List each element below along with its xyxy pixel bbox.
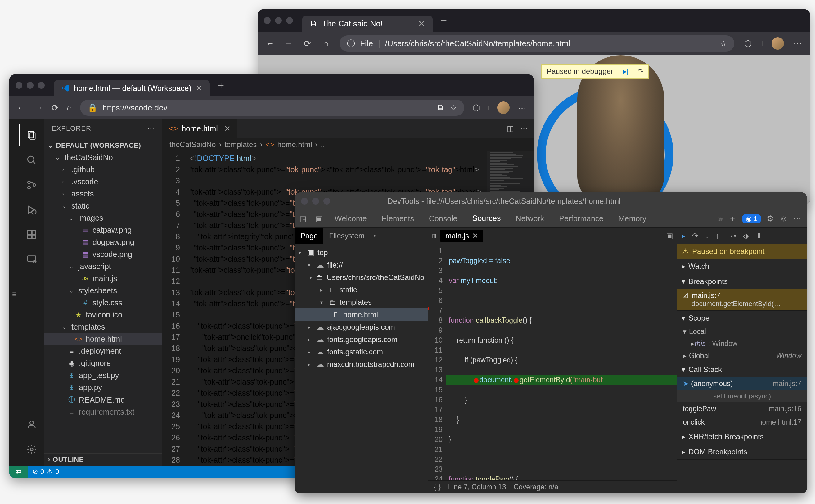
reader-icon[interactable]: 🗎 <box>437 103 445 113</box>
dock-icon[interactable]: ◨ <box>432 233 437 239</box>
file-dogpaw[interactable]: ▦dogpaw.png <box>44 236 162 248</box>
file-stylecss[interactable]: #style.css <box>44 297 162 309</box>
minimize-window-button[interactable] <box>27 82 34 89</box>
tab-welcome[interactable]: Welcome <box>327 210 374 227</box>
inspect-icon[interactable]: ◲ <box>295 210 311 227</box>
favorite-icon[interactable]: ☆ <box>450 103 457 113</box>
minimize-window-button[interactable] <box>275 17 282 24</box>
new-tab-button[interactable]: ＋ <box>439 14 449 27</box>
split-editor-icon[interactable]: ◫ <box>507 124 514 133</box>
remote-activity[interactable] <box>19 248 44 271</box>
file-gitignore[interactable]: ◉.gitignore <box>44 357 162 369</box>
favorite-icon[interactable]: ☆ <box>720 39 727 48</box>
checkbox-icon[interactable]: ☑ <box>682 291 689 299</box>
file-catpaw[interactable]: ▦catpaw.png <box>44 224 162 236</box>
reload-button[interactable]: ⟳ <box>302 38 312 48</box>
step-out-icon[interactable]: ↑ <box>716 232 719 240</box>
search-activity[interactable] <box>19 149 44 171</box>
breakpoint-item[interactable]: ☑main.js:7 document.getElementById(… <box>677 289 807 310</box>
dom-header[interactable]: ▸DOM Breakpoints <box>677 444 807 459</box>
toggle-panel-icon[interactable]: ▣ <box>666 232 673 240</box>
browser-tab[interactable]: 🗎 The Cat said No! ✕ <box>302 16 433 32</box>
maximize-window-button[interactable] <box>323 198 330 205</box>
device-icon[interactable]: ▣ <box>311 210 327 227</box>
outline-title[interactable]: ›OUTLINE <box>44 453 162 466</box>
menu-icon[interactable]: ⋯ <box>793 38 803 48</box>
close-tab-icon[interactable]: ✕ <box>196 84 202 93</box>
file-mainjs[interactable]: JSmain.js <box>44 272 162 285</box>
tree-homehtml[interactable]: 🗎home.html <box>295 308 428 321</box>
callstack-frame-0[interactable]: ➤(anonymous)main.js:7 <box>677 377 807 390</box>
tab-elements[interactable]: Elements <box>374 210 421 227</box>
folder-javascript[interactable]: ⌄javascript <box>44 260 162 272</box>
callstack-header[interactable]: ▾Call Stack <box>677 362 807 377</box>
file-vscodepng[interactable]: ▦vscode.png <box>44 248 162 260</box>
file-readme[interactable]: ⓘREADME.md <box>44 394 162 406</box>
scope-header[interactable]: ▾Scope <box>677 311 807 326</box>
source-control-activity[interactable] <box>19 174 44 196</box>
tree-ajax[interactable]: ▸☁ajax.googleapis.com <box>295 321 428 333</box>
back-button[interactable]: ← <box>265 38 275 48</box>
remote-indicator[interactable]: ⇄ <box>9 466 28 478</box>
pause-exceptions-icon[interactable]: ⏸ <box>755 232 763 240</box>
breakpoints-header[interactable]: ▾Breakpoints <box>677 274 807 289</box>
tree-fontsapi[interactable]: ▸☁fonts.googleapis.com <box>295 333 428 346</box>
nav-menu-icon[interactable]: ⋯ <box>418 233 428 239</box>
scope-global[interactable]: ▸GlobalWindow <box>677 350 807 362</box>
tab-sources[interactable]: Sources <box>465 210 508 227</box>
address-bar[interactable]: 🔒 https://vscode.dev 🗎 ☆ <box>80 100 464 116</box>
resume-button[interactable]: ▸| <box>618 65 633 78</box>
breadcrumb[interactable]: theCatSaidNo› templates› <> home.html› .… <box>162 138 534 151</box>
scope-this[interactable]: ▸this: Window <box>677 338 807 350</box>
step-icon[interactable]: →• <box>726 232 736 240</box>
editor-tab-mainjs[interactable]: main.js✕ <box>440 230 483 242</box>
extensions-activity[interactable] <box>19 223 44 246</box>
more-nav-icon[interactable]: » <box>370 233 380 239</box>
editor-tab-home[interactable]: <> home.html ✕ <box>162 119 238 138</box>
forward-button[interactable]: → <box>284 38 294 48</box>
tab-memory[interactable]: Memory <box>611 210 654 227</box>
folder-assets[interactable]: ›assets <box>44 188 162 200</box>
run-debug-activity[interactable] <box>19 199 44 221</box>
deactivate-breakpoints-icon[interactable]: ⬗ <box>743 232 749 240</box>
minimize-window-button[interactable] <box>312 198 319 205</box>
close-tab-icon[interactable]: ✕ <box>224 124 231 133</box>
callstack-frame-1[interactable]: togglePawmain.js:16 <box>677 402 807 416</box>
new-tab-button[interactable]: ＋ <box>216 79 226 92</box>
folder-stylesheets[interactable]: ⌄stylesheets <box>44 285 162 297</box>
tab-performance[interactable]: Performance <box>552 210 611 227</box>
resume-icon[interactable]: ▸ <box>682 232 685 240</box>
feedback-icon[interactable]: ☺ <box>779 214 788 223</box>
info-icon[interactable]: ⓘ <box>347 38 355 49</box>
folder-templates[interactable]: ⌄templates <box>44 321 162 333</box>
tree-fontsstatic[interactable]: ▸☁fonts.gstatic.com <box>295 346 428 358</box>
tree-templates[interactable]: ▾🗀templates <box>295 296 428 308</box>
xhr-header[interactable]: ▸XHR/fetch Breakpoints <box>677 429 807 444</box>
extensions-icon[interactable]: ⬡ <box>743 38 753 48</box>
menu-icon[interactable]: ⋯ <box>793 214 801 223</box>
explorer-activity[interactable] <box>19 124 44 146</box>
folder-root[interactable]: ⌄theCatSaidNo <box>44 151 162 164</box>
workspace-title[interactable]: ⌄DEFAULT (WORKSPACE) <box>44 140 162 151</box>
close-window-button[interactable] <box>301 198 308 205</box>
close-window-button[interactable] <box>264 17 271 24</box>
nav-tab-filesystem[interactable]: Filesystem <box>323 228 370 244</box>
reload-button[interactable]: ⟳ <box>52 103 59 113</box>
tree-file[interactable]: ▾☁file:// <box>295 259 428 271</box>
menu-icon[interactable]: ⋯ <box>518 103 526 113</box>
account-activity[interactable] <box>19 413 44 436</box>
folder-vscode[interactable]: ›.vscode <box>44 176 162 188</box>
file-apppy[interactable]: ⧱app.py <box>44 381 162 394</box>
profile-avatar[interactable] <box>497 101 510 114</box>
folder-github[interactable]: ›.github <box>44 164 162 176</box>
extensions-icon[interactable]: ⬡ <box>472 103 480 113</box>
scope-local[interactable]: ▾Local <box>677 326 807 338</box>
profile-avatar[interactable] <box>772 37 784 50</box>
settings-activity[interactable] <box>19 438 44 461</box>
file-homehtml[interactable]: <>home.html <box>44 333 162 345</box>
file-apptest[interactable]: ⧱app_test.py <box>44 369 162 381</box>
more-icon[interactable]: ⋯ <box>520 124 528 133</box>
explorer-menu-icon[interactable]: ⋯ <box>147 124 155 133</box>
browser-tab[interactable]: home.html — default (Workspace) ✕ <box>54 80 210 96</box>
more-tabs-icon[interactable]: » <box>718 214 723 223</box>
